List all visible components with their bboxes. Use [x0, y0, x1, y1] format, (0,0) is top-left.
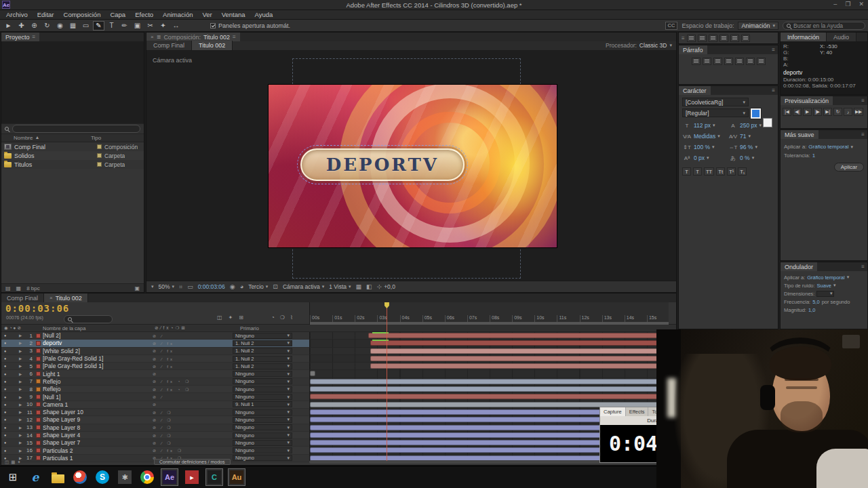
- parent-dropdown[interactable]: Ninguno ▾: [233, 386, 292, 392]
- menu-item[interactable]: Composición: [59, 11, 106, 18]
- interpret-footage-icon[interactable]: ▤: [5, 285, 11, 291]
- tool-button[interactable]: ▭: [80, 21, 92, 30]
- expand-arrow-icon[interactable]: ▶: [19, 333, 25, 338]
- align-button[interactable]: [719, 35, 728, 42]
- visibility-toggle[interactable]: ●: [1, 403, 19, 407]
- tab-wiggler[interactable]: Ondulador: [781, 262, 817, 271]
- layer-row-shape-layer-7[interactable]: ● ▶ 15 Shape Layer 7 ⊘ ⁄ ❍ Ninguno ▾: [1, 439, 676, 447]
- font-style-dropdown[interactable]: [Regular] ▾: [682, 108, 749, 117]
- expand-arrow-icon[interactable]: ▶: [19, 403, 25, 407]
- panel-menu-icon[interactable]: ≡: [861, 264, 867, 270]
- cti-line[interactable]: [387, 302, 387, 461]
- parent-dropdown[interactable]: Ninguno ▾: [233, 409, 292, 415]
- viewer-tab[interactable]: Comp Final: [146, 41, 192, 50]
- expand-arrow-icon[interactable]: ▶: [19, 418, 25, 422]
- layer-color-chip[interactable]: [36, 410, 41, 415]
- panel-menu-icon[interactable]: ≡: [772, 47, 778, 53]
- layer-track[interactable]: [309, 340, 676, 347]
- layer-row-deportv[interactable]: ● ▶ 2 deportv ⊘ ⁄ fx 1. Null 2 ▾: [1, 340, 676, 347]
- info-tab[interactable]: Información: [781, 33, 827, 42]
- pixel-aspect-icon[interactable]: ▦: [356, 283, 362, 290]
- character-property[interactable]: T 112 px ▾: [682, 120, 728, 131]
- frame-blend-icon[interactable]: ◔: [271, 314, 275, 321]
- layer-row-shape-layer-8[interactable]: ● ▶ 13 Shape Layer 8 ⊘ ⁄ ❍ Ninguno ▾: [1, 424, 676, 432]
- layer-color-chip[interactable]: [36, 348, 41, 353]
- minimize-button[interactable]: –: [833, 1, 837, 7]
- layer-switches[interactable]: ⊘: [153, 402, 233, 407]
- stroke-color-swatch[interactable]: [763, 118, 772, 127]
- close-icon[interactable]: ×: [50, 295, 53, 301]
- tab-project[interactable]: Proyecto ≡: [1, 33, 39, 41]
- transport-button[interactable]: ▶: [803, 108, 812, 116]
- toggle-switches-modes-button[interactable]: Conmutar definiciones / modos: [154, 459, 231, 465]
- layer-row--pale-gray-red-solid-1-[interactable]: ● ▶ 5 [Pale Gray-Red Solid 1] ⊘ ⁄ fx 1. …: [1, 363, 676, 370]
- layer-duration-bar[interactable]: [310, 371, 315, 376]
- taskbar-icon-skype[interactable]: S: [94, 468, 111, 486]
- expand-arrow-icon[interactable]: ▶: [19, 357, 25, 361]
- draft-3d-icon[interactable]: ✦: [229, 314, 233, 321]
- layer-name[interactable]: deportv: [43, 340, 153, 346]
- menu-item[interactable]: Ventana: [217, 11, 250, 18]
- layer-row--null-2-[interactable]: ● ▶ 1 [Null 2] ⊘ ⁄ Ninguno ▾: [1, 332, 676, 340]
- layer-duration-bar[interactable]: [368, 333, 676, 338]
- layer-switches[interactable]: ⊘ ⁄ ❍: [153, 433, 233, 438]
- label-color-chip[interactable]: [97, 153, 102, 158]
- project-search-input[interactable]: [12, 125, 140, 133]
- column-parent[interactable]: Primario: [235, 325, 259, 331]
- safe-margins-icon[interactable]: ⌗: [179, 283, 182, 291]
- visibility-toggle[interactable]: ●: [1, 449, 19, 453]
- type-style-button[interactable]: T¹: [727, 167, 736, 176]
- layer-duration-bar[interactable]: [370, 356, 676, 361]
- align-button[interactable]: [709, 35, 717, 42]
- layer-row-shape-layer-10[interactable]: ● ▶ 11 Shape Layer 10 ⊘ ⁄ ❍ Ninguno ▾: [1, 409, 676, 416]
- tool-button[interactable]: ✎: [93, 21, 104, 30]
- parent-dropdown[interactable]: 9. Null 1 ▾: [233, 401, 292, 407]
- tool-button[interactable]: ↻: [41, 21, 53, 30]
- apply-to-dropdown[interactable]: Gráfico temporal: [808, 144, 848, 150]
- trash-icon[interactable]: ▣: [134, 285, 140, 291]
- view-selector[interactable]: Cámara activa ▾: [283, 283, 324, 290]
- layer-switches[interactable]: ⊘ ⁄: [153, 333, 233, 338]
- view-layout-selector[interactable]: 1 Vista ▾: [329, 283, 351, 290]
- layer-color-chip[interactable]: [36, 333, 41, 338]
- taskbar-icon-media-app[interactable]: [71, 468, 89, 486]
- timeline-footer-icons[interactable]: ◫▦✦: [1, 460, 23, 465]
- layer-switches[interactable]: ⊘: [153, 371, 233, 376]
- timeline-tab[interactable]: × Titulo 002: [44, 293, 88, 302]
- property-value[interactable]: 0 px: [694, 155, 705, 161]
- justify-last-right-button[interactable]: [746, 58, 755, 65]
- transport-button[interactable]: ↻: [833, 108, 842, 116]
- tool-button[interactable]: ◉: [54, 21, 66, 30]
- project-item-solidos[interactable]: Solidos Carpeta: [1, 151, 144, 160]
- tab-smoother[interactable]: Más suave: [781, 130, 818, 139]
- menu-item[interactable]: Animación: [158, 11, 197, 18]
- timeline-search-input[interactable]: [64, 315, 113, 323]
- type-style-button[interactable]: T₁: [738, 167, 747, 176]
- close-icon[interactable]: ×: [151, 34, 154, 40]
- visibility-toggle[interactable]: ●: [1, 441, 19, 445]
- property-value[interactable]: 100 %: [694, 144, 710, 150]
- justify-last-center-button[interactable]: [735, 58, 744, 65]
- viewer-timecode[interactable]: 0:00:03:06: [198, 283, 225, 290]
- tab-paragraph[interactable]: Párrafo: [679, 45, 707, 54]
- layer-color-chip[interactable]: [36, 433, 41, 438]
- layer-row-particulas-2[interactable]: ● ▶ 16 Particulas 2 ⊘ ⁄ fx ❍ Ninguno ▾: [1, 447, 676, 454]
- panel-menu-icon[interactable]: ≡: [861, 131, 867, 138]
- tool-button[interactable]: ✦: [157, 21, 169, 30]
- project-bit-depth[interactable]: 8 bpc: [26, 285, 40, 291]
- layer-switches[interactable]: ⊘ ⁄ fx ◔ ❍: [153, 387, 233, 392]
- layer-name[interactable]: [Pale Gray-Red Solid 1]: [43, 363, 153, 369]
- property-value[interactable]: 112 px: [694, 122, 711, 129]
- layer-switches[interactable]: ⊘ ⁄ fx: [153, 364, 233, 369]
- layer-row-shape-layer-4[interactable]: ● ▶ 14 Shape Layer 4 ⊘ ⁄ ❍ Ninguno ▾: [1, 432, 676, 439]
- type-style-button[interactable]: Tt: [716, 167, 725, 176]
- layer-row--pale-gray-red-solid-1-[interactable]: ● ▶ 4 [Pale Gray-Red Solid 1] ⊘ ⁄ fx 1. …: [1, 355, 676, 363]
- character-property[interactable]: Aª 0 px ▾: [682, 152, 728, 163]
- transport-button[interactable]: ◀|: [793, 108, 802, 116]
- panel-menu-icon[interactable]: ≡: [682, 35, 685, 41]
- tool-button[interactable]: T: [106, 21, 117, 30]
- layer-name[interactable]: Shape Layer 8: [43, 424, 153, 431]
- layer-color-chip[interactable]: [36, 387, 41, 392]
- layer-duration-bar[interactable]: [310, 394, 676, 399]
- parent-dropdown[interactable]: Ninguno ▾: [233, 424, 292, 430]
